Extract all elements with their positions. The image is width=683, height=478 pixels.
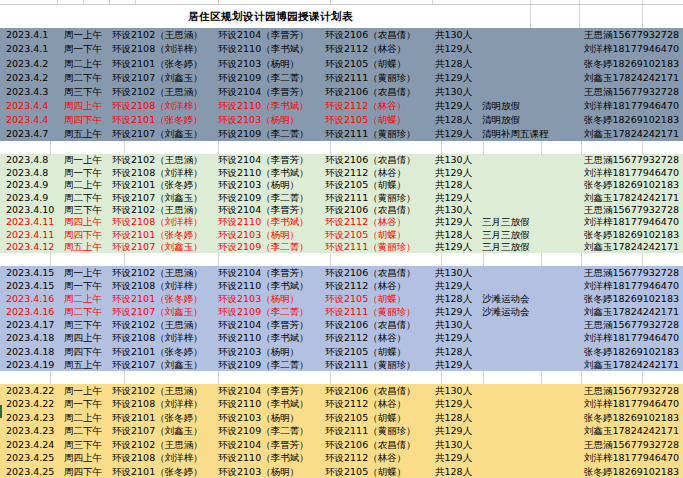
cell-contact[interactable]: 张冬婷18269102183 <box>579 115 683 125</box>
cell-date[interactable]: 2023.4.15 <box>0 268 59 278</box>
cell-class-1[interactable]: 环设2101（张冬婷） <box>107 230 213 240</box>
cell-class-2[interactable]: 环设2104（李晋芳） <box>213 155 320 165</box>
cell-contact[interactable]: 王思涵15677932728 <box>579 205 683 215</box>
cell-class-2[interactable]: 环设2103（杨明） <box>213 230 320 240</box>
cell-contact[interactable]: 刘洋梓18177946470 <box>579 168 683 178</box>
cell-session[interactable]: 周三下午 <box>59 440 107 450</box>
cell-class-2[interactable]: 环设2104（李晋芳） <box>213 87 320 97</box>
cell-class-2[interactable]: 环设2110（李书斌） <box>213 101 320 111</box>
cell-student-count[interactable]: 共129人 <box>430 281 477 291</box>
cell-class-3[interactable]: 环设2106（农昌倩） <box>320 155 430 165</box>
cell-class-3[interactable]: 环设2106（农昌倩） <box>320 87 430 97</box>
cell-date[interactable]: 2023.4.3 <box>0 87 59 97</box>
cell-class-3[interactable]: 环设2105（胡蝶） <box>320 294 430 304</box>
cell-class-2[interactable]: 环设2110（李书斌） <box>213 399 320 409</box>
cell-class-2[interactable]: 环设2104（李晋芳） <box>213 320 320 330</box>
cell-contact[interactable]: 刘鑫玉17824242171 <box>579 193 683 203</box>
cell-date[interactable]: 2023.4.8 <box>0 168 59 178</box>
cell-class-1[interactable]: 环设2101（张冬婷） <box>107 467 213 477</box>
cell-class-3[interactable]: 环设2105（胡蝶） <box>320 347 430 357</box>
cell-student-count[interactable]: 共129人 <box>430 217 477 227</box>
cell-contact[interactable]: 刘鑫玉17824242171 <box>579 307 683 317</box>
cell-class-1[interactable]: 环设2101（张冬婷） <box>107 347 213 357</box>
cell-session[interactable]: 周二下午 <box>59 307 107 317</box>
cell-class-3[interactable]: 环设2105（胡蝶） <box>320 115 430 125</box>
cell-class-3[interactable]: 环设2106（农昌倩） <box>320 30 430 40</box>
cell-session[interactable]: 周二上午 <box>59 180 107 190</box>
cell-student-count[interactable]: 共129人 <box>430 242 477 252</box>
cell-session[interactable]: 周五上午 <box>59 129 107 139</box>
cell-class-1[interactable]: 环设2108（刘洋梓） <box>107 281 213 291</box>
cell-student-count[interactable]: 共130人 <box>430 155 477 165</box>
cell-date[interactable]: 2023.4.7 <box>0 129 59 139</box>
cell-date[interactable]: 2023.4.23 <box>0 426 59 436</box>
cell-contact[interactable]: 刘洋梓18177946470 <box>579 44 683 54</box>
cell-contact[interactable]: 张冬婷18269102183 <box>579 230 683 240</box>
cell-session[interactable]: 周四下午 <box>59 230 107 240</box>
cell-session[interactable]: 周一下午 <box>59 281 107 291</box>
cell-class-2[interactable]: 环设2109（李二菁） <box>213 193 320 203</box>
cell-class-1[interactable]: 环设2102（王思涵） <box>107 440 213 450</box>
cell-class-3[interactable]: 环设2105（胡蝶） <box>320 413 430 423</box>
cell-date[interactable]: 2023.4.11 <box>0 230 59 240</box>
cell-class-3[interactable]: 环设2111（黄丽珍） <box>320 242 430 252</box>
cell-date[interactable]: 2023.4.9 <box>0 180 59 190</box>
cell-contact[interactable]: 张冬婷18269102183 <box>579 413 683 423</box>
cell-date[interactable]: 2023.4.16 <box>0 294 59 304</box>
cell-class-1[interactable]: 环设2107（刘鑫玉） <box>107 360 213 370</box>
cell-contact[interactable]: 刘鑫玉17824242171 <box>579 426 683 436</box>
cell-student-count[interactable]: 共130人 <box>430 320 477 330</box>
cell-contact[interactable]: 刘鑫玉17824242171 <box>579 242 683 252</box>
cell-class-2[interactable]: 环设2109（李二菁） <box>213 129 320 139</box>
cell-class-1[interactable]: 环设2101（张冬婷） <box>107 413 213 423</box>
cell-contact[interactable]: 张冬婷18269102183 <box>579 467 683 477</box>
cell-contact[interactable]: 王思涵15677932728 <box>579 155 683 165</box>
cell-student-count[interactable]: 共130人 <box>430 386 477 396</box>
cell-class-1[interactable]: 环设2107（刘鑫玉） <box>107 129 213 139</box>
cell-class-3[interactable]: 环设2105（胡蝶） <box>320 230 430 240</box>
cell-contact[interactable]: 王思涵15677932728 <box>579 30 683 40</box>
cell-session[interactable]: 周四上午 <box>59 101 107 111</box>
cell-date[interactable]: 2023.4.1 <box>0 44 59 54</box>
cell-note[interactable]: 三月三放假 <box>477 242 579 252</box>
cell-date[interactable]: 2023.4.1 <box>0 30 59 40</box>
cell-student-count[interactable]: 共129人 <box>430 101 477 111</box>
cell-class-2[interactable]: 环设2109（李二菁） <box>213 73 320 83</box>
cell-student-count[interactable]: 共128人 <box>430 115 477 125</box>
cell-session[interactable]: 周二上午 <box>59 59 107 69</box>
cell-session[interactable]: 周一上午 <box>59 386 107 396</box>
cell-contact[interactable]: 王思涵15677932728 <box>579 268 683 278</box>
cell-contact[interactable]: 张冬婷18269102183 <box>579 59 683 69</box>
cell-class-1[interactable]: 环设2102（王思涵） <box>107 205 213 215</box>
cell-session[interactable]: 周五上午 <box>59 242 107 252</box>
cell-class-2[interactable]: 环设2110（李书斌） <box>213 453 320 463</box>
cell-session[interactable]: 周三下午 <box>59 320 107 330</box>
cell-date[interactable]: 2023.4.2 <box>0 73 59 83</box>
cell-class-3[interactable]: 环设2106（农昌倩） <box>320 440 430 450</box>
cell-class-2[interactable]: 环设2103（杨明） <box>213 59 320 69</box>
cell-date[interactable]: 2023.4.22 <box>0 399 59 409</box>
cell-session[interactable]: 周四上午 <box>59 217 107 227</box>
cell-session[interactable]: 周二下午 <box>59 73 107 83</box>
cell-class-3[interactable]: 环设2105（胡蝶） <box>320 59 430 69</box>
cell-note[interactable]: 沙滩运动会 <box>477 294 579 304</box>
cell-contact[interactable]: 刘鑫玉17824242171 <box>579 129 683 139</box>
cell-class-2[interactable]: 环设2110（李书斌） <box>213 333 320 343</box>
cell-class-3[interactable]: 环设2111（黄丽珍） <box>320 129 430 139</box>
cell-date[interactable]: 2023.4.18 <box>0 333 59 343</box>
cell-session[interactable]: 周三下午 <box>59 87 107 97</box>
cell-class-1[interactable]: 环设2107（刘鑫玉） <box>107 426 213 436</box>
cell-date[interactable]: 2023.4.9 <box>0 193 59 203</box>
cell-class-1[interactable]: 环设2108（刘洋梓） <box>107 168 213 178</box>
cell-student-count[interactable]: 共129人 <box>430 193 477 203</box>
cell-class-2[interactable]: 环设2103（杨明） <box>213 294 320 304</box>
cell-note[interactable]: 清明放假 <box>477 101 579 111</box>
cell-note[interactable]: 三月三放假 <box>477 217 579 227</box>
cell-class-3[interactable]: 环设2111（黄丽珍） <box>320 73 430 83</box>
cell-class-1[interactable]: 环设2102（王思涵） <box>107 386 213 396</box>
cell-student-count[interactable]: 共128人 <box>430 230 477 240</box>
cell-class-1[interactable]: 环设2107（刘鑫玉） <box>107 193 213 203</box>
cell-session[interactable]: 周一下午 <box>59 168 107 178</box>
cell-session[interactable]: 周二下午 <box>59 193 107 203</box>
cell-class-1[interactable]: 环设2101（张冬婷） <box>107 294 213 304</box>
